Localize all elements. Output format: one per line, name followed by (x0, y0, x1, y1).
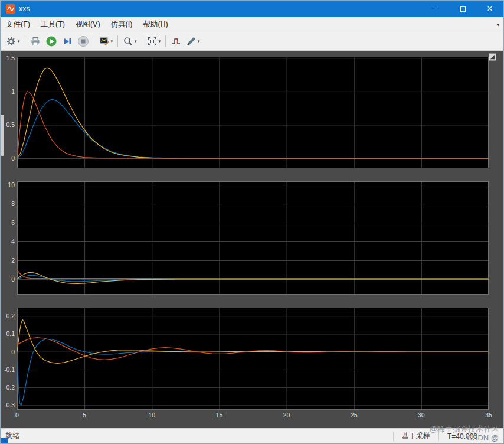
y-tick-label: 0.2 (6, 312, 15, 319)
menu-file[interactable]: 文件(F) (1, 17, 35, 32)
x-tick-label: 0 (15, 412, 19, 419)
y-tick-label: 4 (11, 238, 15, 245)
stop-icon (77, 35, 89, 47)
chevron-down-icon: ▾ (135, 39, 137, 44)
status-separator (393, 432, 394, 441)
y-axis-labels-3: 0.20.10-0.1-0.2-0.3 (1, 308, 16, 410)
simulink-scope-icon (6, 4, 15, 14)
x-tick-label: 25 (351, 412, 358, 419)
x-tick-label: 20 (283, 412, 290, 419)
status-sim-time: T=40.000 (447, 432, 477, 440)
x-axis-labels: 05101520253035 (17, 412, 489, 420)
y-tick-label: -0.3 (4, 401, 15, 409)
y-axis-labels-2: 0246810 (1, 181, 16, 295)
cursor-measurements-button[interactable]: ▾ (184, 34, 202, 49)
y-tick-label: 6 (11, 219, 15, 226)
y-tick-label: 8 (11, 200, 15, 207)
play-icon (45, 35, 57, 47)
y-tick-label: 10 (8, 181, 15, 188)
fit-view-button[interactable]: ▾ (145, 34, 163, 49)
toolbar-separator (142, 35, 142, 47)
statusbar: 就绪 基于采样 T=40.000 (1, 428, 503, 443)
chevron-down-icon: ▾ (159, 39, 161, 44)
run-button[interactable] (44, 34, 59, 49)
y-tick-label: 0.1 (6, 330, 15, 337)
highlight-signal-button[interactable]: ▾ (97, 34, 115, 49)
toolbar-separator (94, 35, 94, 47)
page-artifact (1, 438, 8, 443)
plot-row-1: 00.511.5 (1, 57, 503, 168)
toolbar-separator (25, 35, 25, 47)
menubar: 文件(F) 工具(T) 视图(V) 仿真(I) 帮助(H) ▾ (1, 17, 503, 32)
plot-panel: 00.511.5 0246810 0.20.10-0.1-0.2-0.3 051… (1, 50, 503, 428)
trigger-button[interactable] (169, 34, 183, 49)
y-tick-label: -0.1 (4, 366, 15, 373)
menu-tools[interactable]: 工具(T) (35, 17, 70, 32)
maximize-button[interactable] (449, 1, 476, 17)
y-tick-label: -0.2 (4, 384, 15, 391)
menu-view[interactable]: 视图(V) (70, 17, 106, 32)
stop-button[interactable] (76, 34, 91, 49)
printer-button[interactable] (28, 34, 42, 49)
y-tick-label: 1.5 (6, 54, 15, 61)
gear-icon (6, 36, 17, 47)
magnifier-icon (123, 36, 133, 47)
x-tick-label: 30 (418, 412, 425, 419)
chevron-down-icon: ▾ (111, 39, 113, 44)
step-forward-button[interactable] (60, 34, 74, 49)
chevron-down-icon: ▾ (18, 39, 20, 44)
status-right-group: 基于采样 T=40.000 (393, 431, 503, 441)
scrollbar-artifact (1, 115, 4, 156)
zoom-button[interactable]: ▾ (121, 34, 139, 49)
status-sample-mode: 基于采样 (402, 431, 430, 441)
window-controls: × (422, 1, 503, 17)
toolbar-separator (117, 35, 118, 47)
y-tick-label: 0 (11, 276, 15, 283)
status-separator (438, 432, 439, 441)
maximize-icon (460, 6, 466, 12)
x-tick-label: 15 (216, 412, 223, 419)
chevron-down-icon[interactable]: ▾ (496, 22, 503, 28)
signal-highlight-icon (99, 36, 110, 47)
scope-window: xxs × 文件(F) 工具(T) 视图(V) 仿真(I) 帮助(H) ▾ ▾ (0, 0, 504, 444)
axes-plot-1[interactable] (17, 57, 489, 168)
window-title: xxs (19, 5, 30, 13)
x-tick-label: 5 (83, 412, 86, 419)
menu-help[interactable]: 帮助(H) (138, 17, 173, 32)
y-tick-label: 0 (11, 155, 15, 162)
chevron-down-icon: ▾ (198, 39, 200, 44)
plot-row-3: 0.20.10-0.1-0.2-0.3 (1, 308, 503, 410)
y-tick-label: 0 (11, 348, 15, 355)
minimize-icon (433, 9, 438, 9)
toolbar: ▾ ▾ (1, 32, 503, 50)
toolbar-separator (165, 35, 166, 47)
cursor-measurements-icon (186, 36, 197, 47)
fit-view-icon (147, 36, 158, 47)
menu-simulation[interactable]: 仿真(I) (106, 17, 138, 32)
step-forward-icon (62, 36, 73, 47)
titlebar[interactable]: xxs × (1, 1, 503, 17)
minimize-button[interactable] (422, 1, 449, 17)
axes-plot-3[interactable] (17, 308, 489, 410)
x-tick-label: 10 (148, 412, 155, 419)
axes-plot-2[interactable] (17, 181, 489, 295)
configure-properties-button[interactable]: ▾ (4, 34, 22, 49)
plot-row-2: 0246810 (1, 181, 503, 295)
y-tick-label: 2 (11, 257, 15, 264)
printer-icon (30, 36, 41, 47)
y-tick-label: 1 (11, 88, 15, 95)
trigger-icon (171, 36, 181, 47)
y-tick-label: 0.5 (6, 121, 15, 128)
x-tick-label: 35 (485, 412, 492, 419)
close-button[interactable]: × (476, 1, 503, 17)
